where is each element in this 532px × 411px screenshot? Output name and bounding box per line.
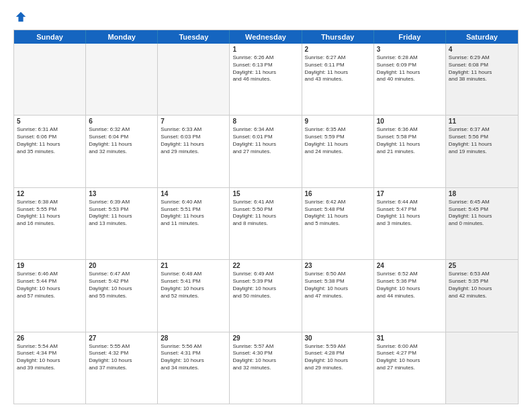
calendar-row-2: 12Sunrise: 6:38 AM Sunset: 5:55 PM Dayli… xyxy=(14,187,518,259)
calendar-cell xyxy=(446,332,518,404)
calendar-cell: 19Sunrise: 6:46 AM Sunset: 5:44 PM Dayli… xyxy=(14,260,86,331)
day-number: 22 xyxy=(232,262,298,269)
calendar-cell: 14Sunrise: 6:40 AM Sunset: 5:51 PM Dayli… xyxy=(158,188,230,259)
cell-content: Sunrise: 6:41 AM Sunset: 5:50 PM Dayligh… xyxy=(232,199,298,228)
cell-content: Sunrise: 6:53 AM Sunset: 5:35 PM Dayligh… xyxy=(449,271,515,300)
calendar-cell: 5Sunrise: 6:31 AM Sunset: 6:06 PM Daylig… xyxy=(14,116,86,187)
header xyxy=(13,11,519,23)
day-number: 1 xyxy=(232,46,298,53)
cell-content: Sunrise: 5:59 AM Sunset: 4:28 PM Dayligh… xyxy=(305,343,371,372)
calendar-cell: 10Sunrise: 6:36 AM Sunset: 5:58 PM Dayli… xyxy=(374,116,446,187)
calendar-cell: 31Sunrise: 6:00 AM Sunset: 4:27 PM Dayli… xyxy=(374,332,446,404)
day-number: 4 xyxy=(449,46,515,53)
calendar-cell: 3Sunrise: 6:28 AM Sunset: 6:09 PM Daylig… xyxy=(374,44,446,115)
day-number: 18 xyxy=(449,190,515,197)
calendar-header: SundayMondayTuesdayWednesdayThursdayFrid… xyxy=(14,30,518,44)
cell-content: Sunrise: 6:50 AM Sunset: 5:38 PM Dayligh… xyxy=(305,271,371,300)
calendar-cell: 23Sunrise: 6:50 AM Sunset: 5:38 PM Dayli… xyxy=(302,260,374,331)
cell-content: Sunrise: 6:40 AM Sunset: 5:51 PM Dayligh… xyxy=(161,199,226,228)
day-number: 25 xyxy=(449,262,515,269)
header-day-sunday: Sunday xyxy=(14,30,86,44)
cell-content: Sunrise: 6:38 AM Sunset: 5:55 PM Dayligh… xyxy=(17,199,83,228)
svg-marker-0 xyxy=(16,12,26,21)
day-number: 10 xyxy=(377,118,443,125)
cell-content: Sunrise: 6:45 AM Sunset: 5:45 PM Dayligh… xyxy=(449,199,515,228)
cell-content: Sunrise: 5:57 AM Sunset: 4:30 PM Dayligh… xyxy=(232,343,298,372)
calendar-cell: 22Sunrise: 6:49 AM Sunset: 5:39 PM Dayli… xyxy=(230,260,302,331)
day-number: 14 xyxy=(161,190,226,197)
day-number: 29 xyxy=(232,334,298,342)
day-number: 31 xyxy=(377,334,443,342)
cell-content: Sunrise: 6:28 AM Sunset: 6:09 PM Dayligh… xyxy=(377,54,443,83)
calendar-cell: 15Sunrise: 6:41 AM Sunset: 5:50 PM Dayli… xyxy=(230,188,302,259)
calendar-cell: 16Sunrise: 6:42 AM Sunset: 5:48 PM Dayli… xyxy=(302,188,374,259)
cell-content: Sunrise: 6:33 AM Sunset: 6:03 PM Dayligh… xyxy=(161,126,226,155)
calendar-cell xyxy=(14,44,86,115)
calendar-cell: 13Sunrise: 6:39 AM Sunset: 5:53 PM Dayli… xyxy=(86,188,158,259)
calendar-cell: 2Sunrise: 6:27 AM Sunset: 6:11 PM Daylig… xyxy=(302,44,374,115)
calendar-cell: 21Sunrise: 6:48 AM Sunset: 5:41 PM Dayli… xyxy=(158,260,230,331)
day-number: 19 xyxy=(17,262,83,269)
day-number: 30 xyxy=(305,334,371,342)
cell-content: Sunrise: 6:26 AM Sunset: 6:13 PM Dayligh… xyxy=(232,54,298,83)
calendar-body: 1Sunrise: 6:26 AM Sunset: 6:13 PM Daylig… xyxy=(14,44,518,404)
calendar-row-4: 26Sunrise: 5:54 AM Sunset: 4:34 PM Dayli… xyxy=(14,332,518,404)
calendar-cell xyxy=(86,44,158,115)
calendar-cell: 18Sunrise: 6:45 AM Sunset: 5:45 PM Dayli… xyxy=(446,188,518,259)
header-day-tuesday: Tuesday xyxy=(158,30,230,44)
cell-content: Sunrise: 6:31 AM Sunset: 6:06 PM Dayligh… xyxy=(17,126,83,155)
logo xyxy=(13,11,27,23)
calendar-cell: 9Sunrise: 6:35 AM Sunset: 5:59 PM Daylig… xyxy=(302,116,374,187)
day-number: 27 xyxy=(89,334,154,342)
cell-content: Sunrise: 6:49 AM Sunset: 5:39 PM Dayligh… xyxy=(232,271,298,300)
cell-content: Sunrise: 6:39 AM Sunset: 5:53 PM Dayligh… xyxy=(89,199,154,228)
day-number: 20 xyxy=(89,262,154,269)
calendar-cell: 17Sunrise: 6:44 AM Sunset: 5:47 PM Dayli… xyxy=(374,188,446,259)
day-number: 16 xyxy=(305,190,371,197)
day-number: 9 xyxy=(305,118,371,125)
calendar-cell: 4Sunrise: 6:29 AM Sunset: 6:08 PM Daylig… xyxy=(446,44,518,115)
header-day-friday: Friday xyxy=(374,30,446,44)
day-number: 6 xyxy=(89,118,154,125)
cell-content: Sunrise: 6:42 AM Sunset: 5:48 PM Dayligh… xyxy=(305,199,371,228)
day-number: 17 xyxy=(377,190,443,197)
calendar-cell: 12Sunrise: 6:38 AM Sunset: 5:55 PM Dayli… xyxy=(14,188,86,259)
header-day-saturday: Saturday xyxy=(446,30,518,44)
calendar-row-3: 19Sunrise: 6:46 AM Sunset: 5:44 PM Dayli… xyxy=(14,259,518,331)
day-number: 24 xyxy=(377,262,443,269)
calendar-cell: 6Sunrise: 6:32 AM Sunset: 6:04 PM Daylig… xyxy=(86,116,158,187)
cell-content: Sunrise: 6:36 AM Sunset: 5:58 PM Dayligh… xyxy=(377,126,443,155)
calendar-cell: 29Sunrise: 5:57 AM Sunset: 4:30 PM Dayli… xyxy=(230,332,302,404)
calendar-cell: 20Sunrise: 6:47 AM Sunset: 5:42 PM Dayli… xyxy=(86,260,158,331)
day-number: 5 xyxy=(17,118,83,125)
cell-content: Sunrise: 6:46 AM Sunset: 5:44 PM Dayligh… xyxy=(17,271,83,300)
cell-content: Sunrise: 6:52 AM Sunset: 5:36 PM Dayligh… xyxy=(377,271,443,300)
day-number: 3 xyxy=(377,46,443,53)
day-number: 28 xyxy=(161,334,226,342)
cell-content: Sunrise: 5:54 AM Sunset: 4:34 PM Dayligh… xyxy=(17,343,83,372)
day-number: 26 xyxy=(17,334,83,342)
calendar-cell: 28Sunrise: 5:56 AM Sunset: 4:31 PM Dayli… xyxy=(158,332,230,404)
calendar: SundayMondayTuesdayWednesdayThursdayFrid… xyxy=(13,30,519,404)
calendar-row-1: 5Sunrise: 6:31 AM Sunset: 6:06 PM Daylig… xyxy=(14,115,518,187)
header-day-wednesday: Wednesday xyxy=(230,30,302,44)
day-number: 11 xyxy=(449,118,515,125)
logo-icon xyxy=(15,11,27,23)
cell-content: Sunrise: 5:55 AM Sunset: 4:32 PM Dayligh… xyxy=(89,343,154,372)
calendar-cell: 7Sunrise: 6:33 AM Sunset: 6:03 PM Daylig… xyxy=(158,116,230,187)
day-number: 21 xyxy=(161,262,226,269)
day-number: 13 xyxy=(89,190,154,197)
cell-content: Sunrise: 6:48 AM Sunset: 5:41 PM Dayligh… xyxy=(161,271,226,300)
cell-content: Sunrise: 5:56 AM Sunset: 4:31 PM Dayligh… xyxy=(161,343,226,372)
day-number: 2 xyxy=(305,46,371,53)
cell-content: Sunrise: 6:35 AM Sunset: 5:59 PM Dayligh… xyxy=(305,126,371,155)
cell-content: Sunrise: 6:27 AM Sunset: 6:11 PM Dayligh… xyxy=(305,54,371,83)
calendar-cell: 30Sunrise: 5:59 AM Sunset: 4:28 PM Dayli… xyxy=(302,332,374,404)
calendar-row-0: 1Sunrise: 6:26 AM Sunset: 6:13 PM Daylig… xyxy=(14,44,518,115)
header-day-monday: Monday xyxy=(86,30,158,44)
header-day-thursday: Thursday xyxy=(302,30,374,44)
day-number: 12 xyxy=(17,190,83,197)
cell-content: Sunrise: 6:47 AM Sunset: 5:42 PM Dayligh… xyxy=(89,271,154,300)
day-number: 7 xyxy=(161,118,226,125)
calendar-cell: 8Sunrise: 6:34 AM Sunset: 6:01 PM Daylig… xyxy=(230,116,302,187)
